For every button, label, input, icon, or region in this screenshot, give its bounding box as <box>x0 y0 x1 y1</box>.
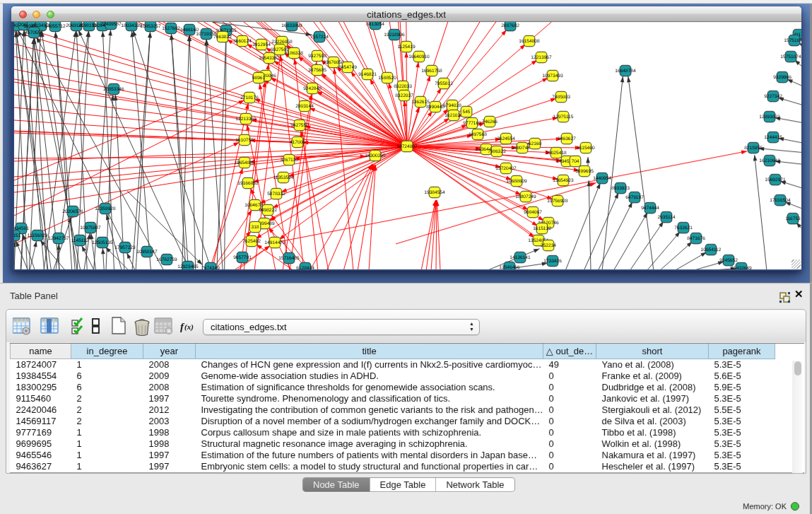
svg-text:2718176: 2718176 <box>240 95 259 100</box>
svg-text:116753: 116753 <box>785 216 801 221</box>
svg-text:11353594: 11353594 <box>273 175 294 180</box>
svg-text:7955812: 7955812 <box>435 81 453 86</box>
svg-text:7557224: 7557224 <box>310 35 329 40</box>
svg-text:26053346: 26053346 <box>103 87 124 92</box>
svg-text:2935114: 2935114 <box>657 215 676 220</box>
svg-text:1125419: 1125419 <box>397 45 416 49</box>
svg-text:14055712: 14055712 <box>45 24 66 29</box>
svg-text:8215955: 8215955 <box>744 146 763 151</box>
svg-text:7674349: 7674349 <box>201 266 220 271</box>
svg-text:9463627: 9463627 <box>558 136 576 141</box>
svg-text:12359928: 12359928 <box>95 206 116 211</box>
svg-text:10688609: 10688609 <box>506 179 527 184</box>
svg-text:10975887: 10975887 <box>80 226 101 230</box>
svg-text:9242848: 9242848 <box>303 86 322 91</box>
svg-text:62160: 62160 <box>529 141 542 146</box>
svg-text:1621022: 1621022 <box>445 113 463 118</box>
svg-text:16782759: 16782759 <box>156 257 177 262</box>
svg-text:8660124: 8660124 <box>233 39 252 44</box>
svg-text:10973493: 10973493 <box>542 74 563 78</box>
svg-text:1610755: 1610755 <box>235 138 254 143</box>
svg-text:15751074: 15751074 <box>780 54 801 59</box>
svg-text:19654885: 19654885 <box>234 160 255 165</box>
svg-text:1527602: 1527602 <box>162 26 180 31</box>
svg-text:545: 545 <box>462 110 470 115</box>
svg-text:12213967: 12213967 <box>531 55 552 60</box>
svg-text:10543382: 10543382 <box>259 56 280 61</box>
svg-text:12213369: 12213369 <box>235 117 257 122</box>
svg-text:23676058: 23676058 <box>323 60 344 65</box>
svg-text:8322037: 8322037 <box>395 93 413 98</box>
svg-text:6128434: 6128434 <box>296 266 314 271</box>
svg-text:3875685: 3875685 <box>308 68 326 73</box>
svg-text:1145112: 1145112 <box>71 238 89 243</box>
svg-text:9227342: 9227342 <box>764 94 782 99</box>
svg-text:8322033: 8322033 <box>394 84 412 89</box>
svg-text:6479197: 6479197 <box>625 195 644 200</box>
svg-text:16961758: 16961758 <box>421 69 442 74</box>
svg-text:13546466: 13546466 <box>499 265 520 270</box>
svg-text:10025418: 10025418 <box>546 151 567 156</box>
svg-text:1362615: 1362615 <box>411 100 430 105</box>
svg-text:8471676: 8471676 <box>687 236 705 241</box>
svg-text:15692971: 15692971 <box>765 177 786 182</box>
svg-text:2087682: 2087682 <box>501 23 519 28</box>
svg-text:8186328: 8186328 <box>285 51 303 56</box>
svg-text:3912954: 3912954 <box>252 42 271 47</box>
svg-text:1244415: 1244415 <box>764 135 782 140</box>
svg-text:746266: 746266 <box>482 119 498 124</box>
svg-text:12505135: 12505135 <box>92 240 113 245</box>
svg-text:1615132: 1615132 <box>533 226 551 231</box>
svg-text:18807249: 18807249 <box>515 194 536 199</box>
svg-text:9474444: 9474444 <box>641 206 659 211</box>
svg-text:417006: 417006 <box>290 140 305 145</box>
svg-text:9115460: 9115460 <box>577 146 595 151</box>
svg-text:12093822: 12093822 <box>759 115 780 119</box>
svg-text:19218906: 19218906 <box>384 33 405 37</box>
svg-text:252234: 252234 <box>541 243 556 248</box>
svg-text:6899695: 6899695 <box>575 169 594 174</box>
svg-text:20206576: 20206576 <box>62 209 83 214</box>
svg-text:19384554: 19384554 <box>424 190 445 195</box>
svg-text:16640910: 16640910 <box>408 54 430 59</box>
svg-text:5878332: 5878332 <box>267 192 286 197</box>
svg-text:8990448: 8990448 <box>426 105 445 110</box>
svg-text:12975115: 12975115 <box>553 115 574 119</box>
svg-text:16648784: 16648784 <box>615 69 636 74</box>
svg-text:8454749: 8454749 <box>339 65 357 70</box>
svg-text:9427552: 9427552 <box>290 123 309 128</box>
svg-text:22439587: 22439587 <box>100 22 122 27</box>
svg-text:18300295: 18300295 <box>365 153 386 158</box>
svg-text:1440954: 1440954 <box>593 176 611 181</box>
svg-text:9498222: 9498222 <box>259 208 277 213</box>
svg-text:(x): (x) <box>184 322 194 332</box>
svg-text:3624554: 3624554 <box>497 136 515 141</box>
svg-text:12942737: 12942737 <box>48 236 69 241</box>
svg-text:15716485: 15716485 <box>278 256 300 261</box>
svg-text:12923465: 12923465 <box>177 264 199 269</box>
svg-text:16154808: 16154808 <box>519 39 540 44</box>
svg-text:10958147: 10958147 <box>136 250 158 255</box>
svg-text:18034339: 18034339 <box>121 23 142 28</box>
svg-text:6794028: 6794028 <box>443 103 461 108</box>
svg-text:6497568: 6497568 <box>469 132 487 137</box>
svg-text:16210643: 16210643 <box>759 158 780 163</box>
svg-text:8933923: 8933923 <box>611 186 630 191</box>
svg-text:7625402: 7625402 <box>242 239 261 244</box>
svg-text:7986322: 7986322 <box>488 149 506 154</box>
svg-text:14136141: 14136141 <box>510 255 531 260</box>
svg-text:9777169: 9777169 <box>463 121 481 126</box>
svg-text:704: 704 <box>571 159 579 164</box>
svg-text:9245652: 9245652 <box>719 258 738 263</box>
svg-text:18724007: 18724007 <box>396 144 418 149</box>
svg-text:8813054: 8813054 <box>366 22 384 27</box>
svg-text:17016504: 17016504 <box>770 198 791 203</box>
svg-text:9327508: 9327508 <box>308 54 326 59</box>
svg-text:98961: 98961 <box>252 76 266 81</box>
svg-text:10853257: 10853257 <box>140 24 161 29</box>
svg-text:15720407: 15720407 <box>495 166 517 171</box>
svg-text:7632621: 7632621 <box>674 226 693 230</box>
svg-text:318: 318 <box>251 225 259 230</box>
svg-text:15751074: 15751074 <box>784 38 801 43</box>
svg-text:7663822: 7663822 <box>213 35 232 40</box>
